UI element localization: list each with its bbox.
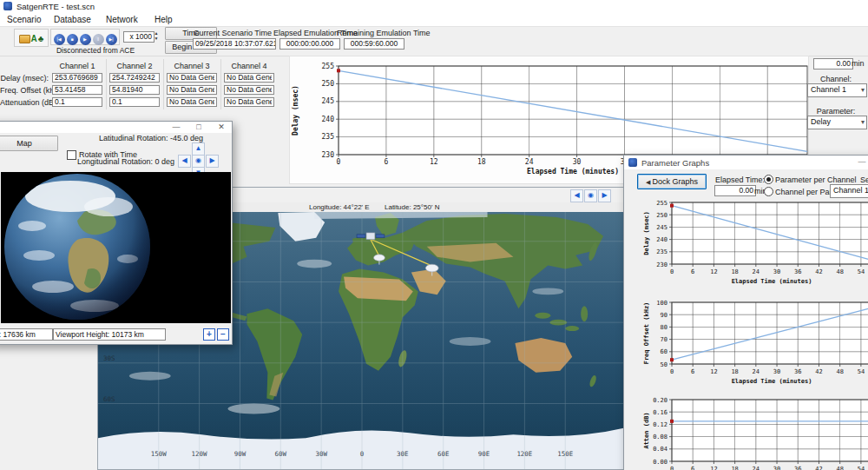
skip-to-end-button[interactable]: ▶| bbox=[106, 34, 117, 45]
rotate-with-time-checkbox[interactable] bbox=[67, 150, 76, 160]
svg-text:24: 24 bbox=[753, 268, 760, 275]
menu-scenario[interactable]: Scenario bbox=[7, 15, 41, 24]
svg-text:250: 250 bbox=[322, 80, 335, 88]
elapsed-emulation-time-label: Elapsed Emulation Time bbox=[273, 29, 341, 37]
skip-to-start-button[interactable]: |◀ bbox=[54, 34, 65, 45]
ace-a-icon[interactable]: A bbox=[31, 34, 37, 43]
main-titlebar: SatgenRTE - test.scn bbox=[0, 0, 868, 13]
channel-panel: Channel 1 Channel 2 Channel 3 Channel 4 … bbox=[0, 56, 289, 125]
svg-text:18: 18 bbox=[731, 466, 738, 470]
lon-tick-label: 60W bbox=[275, 450, 287, 458]
play-button[interactable]: ▶ bbox=[80, 34, 91, 45]
maximize-button[interactable]: □ bbox=[188, 122, 209, 132]
svg-text:54: 54 bbox=[858, 268, 865, 275]
tree-icon[interactable]: ♣ bbox=[38, 34, 44, 43]
map-center-button[interactable]: ◉ bbox=[584, 189, 597, 202]
svg-text:245: 245 bbox=[322, 97, 335, 105]
app-icon bbox=[3, 2, 12, 10]
viewpoint-height-readout: h: 17636 km bbox=[0, 328, 53, 341]
delay-ch4-field[interactable] bbox=[224, 73, 274, 83]
close-button[interactable]: ✕ bbox=[211, 122, 232, 132]
rotate-left-button[interactable]: ◀ bbox=[178, 155, 191, 168]
svg-text:0: 0 bbox=[670, 466, 674, 470]
svg-text:48: 48 bbox=[836, 466, 843, 470]
svg-text:54: 54 bbox=[858, 466, 865, 470]
svg-text:100: 100 bbox=[656, 300, 667, 307]
channel-per-parameter-radio[interactable] bbox=[764, 187, 773, 196]
dock-graphs-button[interactable]: ◀ Dock Graphs bbox=[637, 174, 707, 189]
freq-ch1-field[interactable] bbox=[52, 85, 102, 95]
svg-text:Atten (dB): Atten (dB) bbox=[643, 412, 650, 448]
pg-elapsed-time-field[interactable]: 0.00 bbox=[714, 185, 756, 196]
atten-ch3-field[interactable] bbox=[167, 97, 217, 107]
remaining-emulation-time-label: Remaining Emulation Time bbox=[337, 29, 406, 37]
globe-view[interactable] bbox=[1, 172, 231, 323]
channel-select[interactable]: Channel 1▾ bbox=[807, 83, 867, 97]
zoom-out-button[interactable]: − bbox=[217, 328, 229, 341]
latitudinal-rotation-readout: Latitudinal Rotation: -45.0 deg bbox=[0, 134, 203, 142]
atten-ch2-field[interactable] bbox=[109, 97, 160, 107]
minimize-button[interactable]: — bbox=[166, 122, 187, 132]
menu-help[interactable]: Help bbox=[155, 15, 173, 24]
param-graphs-titlebar: Parameter Graphs — bbox=[624, 156, 868, 169]
map-pan-right-button[interactable]: ▶ bbox=[598, 189, 611, 202]
svg-text:54: 54 bbox=[858, 368, 865, 375]
svg-text:30: 30 bbox=[773, 268, 780, 275]
svg-text:18: 18 bbox=[731, 368, 738, 375]
remaining-emulation-time-value: 000:59:60.000 bbox=[344, 38, 404, 50]
rotate-up-button[interactable]: ▲ bbox=[192, 142, 205, 156]
svg-text:Elapsed Time (minutes): Elapsed Time (minutes) bbox=[732, 278, 812, 285]
map-pan-left-button[interactable]: ◀ bbox=[570, 189, 583, 202]
svg-text:12: 12 bbox=[710, 268, 717, 275]
lon-tick-label: 60E bbox=[437, 450, 450, 458]
map-longitude-readout: Longitude: 44°22' E bbox=[309, 203, 370, 211]
speed-multiplier-input[interactable]: x 1000 bbox=[123, 31, 155, 43]
rotate-right-button[interactable]: ▶ bbox=[206, 155, 219, 168]
atten-ch1-field[interactable] bbox=[52, 97, 102, 107]
svg-text:36: 36 bbox=[794, 268, 801, 275]
svg-text:24: 24 bbox=[753, 368, 760, 375]
pg-channel-select[interactable]: Channel 1 bbox=[830, 184, 868, 198]
svg-text:50: 50 bbox=[661, 361, 667, 368]
freq-ch2-field[interactable] bbox=[109, 85, 160, 95]
stop-button[interactable]: ■ bbox=[67, 34, 78, 45]
delay-ch1-field[interactable] bbox=[52, 73, 102, 83]
rotate-center-button[interactable]: ◉ bbox=[192, 155, 205, 168]
speed-spinner[interactable]: ▲▼ bbox=[153, 30, 160, 43]
pause-button[interactable]: ‖ bbox=[93, 34, 104, 45]
svg-text:240: 240 bbox=[322, 116, 335, 123]
parameter-select-label: Parameter: bbox=[807, 107, 865, 116]
svg-text:36: 36 bbox=[794, 368, 801, 375]
zoom-in-button[interactable]: + bbox=[203, 328, 215, 341]
svg-text:0.08: 0.08 bbox=[653, 434, 667, 440]
main-elapsed-min-field[interactable]: 0.00 bbox=[813, 58, 853, 70]
parameter-select[interactable]: Delay▾ bbox=[807, 116, 867, 129]
svg-text:12: 12 bbox=[710, 368, 717, 375]
atten-ch4-field[interactable] bbox=[224, 97, 274, 107]
globe-titlebar: — □ ✕ bbox=[0, 122, 232, 133]
freq-ch4-field[interactable] bbox=[224, 85, 274, 95]
freq-ch3-field[interactable] bbox=[167, 85, 217, 95]
lon-tick-label: 120W bbox=[192, 450, 207, 458]
svg-text:42: 42 bbox=[815, 268, 822, 275]
delay-ch2-field[interactable] bbox=[109, 73, 160, 83]
svg-text:0.04: 0.04 bbox=[653, 446, 667, 453]
toolbar: A♣ |◀■▶‖▶| Disconnected from ACE x 1000 … bbox=[0, 27, 868, 56]
menu-network[interactable]: Network bbox=[106, 15, 138, 24]
svg-text:24: 24 bbox=[753, 466, 760, 470]
menu-database[interactable]: Database bbox=[54, 15, 91, 24]
pg-delay-chart: 061218243036424854230235240245250255Elap… bbox=[641, 199, 868, 286]
svg-text:245: 245 bbox=[656, 224, 667, 231]
lon-tick-label: 90W bbox=[234, 450, 247, 458]
window-title: SatgenRTE - test.scn bbox=[16, 2, 95, 11]
globe-window: — □ ✕ Map Latitudinal Rotation: -45.0 de… bbox=[0, 121, 233, 345]
open-folder-icon[interactable] bbox=[19, 35, 30, 43]
svg-text:0: 0 bbox=[670, 368, 674, 375]
rotate-with-time-label: Rotate with Time bbox=[79, 150, 137, 159]
minimize-button[interactable]: — bbox=[852, 157, 868, 167]
delay-ch3-field[interactable] bbox=[167, 73, 217, 83]
svg-text:Delay (msec): Delay (msec) bbox=[292, 85, 299, 136]
svg-text:235: 235 bbox=[322, 133, 335, 141]
channel-select-label: Channel: bbox=[807, 75, 865, 83]
parameter-per-channel-radio[interactable] bbox=[764, 175, 773, 184]
